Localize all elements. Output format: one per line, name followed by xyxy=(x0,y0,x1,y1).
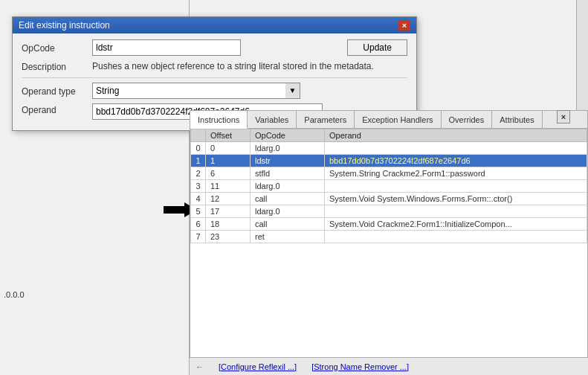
cell-index: 7 xyxy=(191,231,206,243)
cell-index: 1 xyxy=(191,155,206,167)
cell-index: 6 xyxy=(191,218,206,231)
cell-index: 2 xyxy=(191,167,206,180)
tab-instructions[interactable]: Instructions xyxy=(190,111,248,129)
cell-index: 3 xyxy=(191,180,206,193)
cell-opcode: stfld xyxy=(251,167,325,180)
cell-offset: 17 xyxy=(206,205,251,218)
separator xyxy=(22,77,407,78)
operand-type-select[interactable]: String xyxy=(92,83,300,99)
table-row[interactable]: 311ldarg.0 xyxy=(191,180,587,193)
description-row: Description Pushes a new object referenc… xyxy=(22,60,407,73)
cell-index: 0 xyxy=(191,142,206,155)
tabs-bar: Instructions Variables Parameters Except… xyxy=(190,111,587,129)
table-row[interactable]: 618callSystem.Void Crackme2.Form1::Initi… xyxy=(191,218,587,231)
table-row[interactable]: 11ldstrbbd17dd0b7d3702224f2df687e2647d6 xyxy=(191,155,587,167)
cell-operand xyxy=(325,180,587,193)
cell-opcode: call xyxy=(251,193,325,205)
instructions-table: Offset OpCode Operand 00ldarg.011ldstrbb… xyxy=(190,129,587,243)
opcode-label: OpCode xyxy=(22,42,92,54)
instructions-table-container: Offset OpCode Operand 00ldarg.011ldstrbb… xyxy=(190,129,587,243)
cell-offset: 12 xyxy=(206,193,251,205)
table-row[interactable]: 517ldarg.0 xyxy=(191,205,587,218)
cell-index: 4 xyxy=(191,193,206,205)
description-label: Description xyxy=(22,60,92,72)
cell-offset: 18 xyxy=(206,218,251,231)
opcode-row: OpCode Update xyxy=(22,39,407,56)
cell-opcode: ret xyxy=(251,231,325,243)
table-row[interactable]: 00ldarg.0 xyxy=(191,142,587,155)
col-header-opcode: OpCode xyxy=(251,129,325,142)
update-button[interactable]: Update xyxy=(347,39,407,56)
tab-parameters[interactable]: Parameters xyxy=(297,111,355,128)
strong-name-remover-link[interactable]: [Strong Name Remover ...] xyxy=(311,362,409,371)
version-text: .0.0.0 xyxy=(4,290,25,299)
description-value: Pushes a new object reference to a strin… xyxy=(92,60,407,73)
tab-variables[interactable]: Variables xyxy=(248,111,297,128)
cell-opcode: ldarg.0 xyxy=(251,180,325,193)
cell-opcode: ldarg.0 xyxy=(251,142,325,155)
bottom-arrow: ← xyxy=(196,362,204,371)
col-header-offset: Offset xyxy=(206,129,251,142)
cell-opcode: ldarg.0 xyxy=(251,205,325,218)
configure-reflexil-link[interactable]: [Configure Reflexil ...] xyxy=(219,362,297,371)
table-row[interactable]: 26stfldSystem.String Crackme2.Form1::pas… xyxy=(191,167,587,180)
cell-offset: 1 xyxy=(206,155,251,167)
table-row[interactable]: 412callSystem.Void System.Windows.Forms.… xyxy=(191,193,587,205)
table-row[interactable]: 723ret xyxy=(191,231,587,243)
cell-offset: 6 xyxy=(206,167,251,180)
cell-offset: 23 xyxy=(206,231,251,243)
cell-opcode: ldstr xyxy=(251,155,325,167)
col-header-operand: Operand xyxy=(325,129,587,142)
cell-operand xyxy=(325,142,587,155)
cell-offset: 0 xyxy=(206,142,251,155)
cell-operand: System.Void System.Windows.Forms.Form::.… xyxy=(325,193,587,205)
cell-operand xyxy=(325,205,587,218)
tab-exception-handlers[interactable]: Exception Handlers xyxy=(355,111,441,128)
operand-type-label: Operand type xyxy=(22,85,92,97)
operand-label: Operand xyxy=(22,103,92,115)
instructions-panel: Instructions Variables Parameters Except… xyxy=(190,110,588,363)
col-header-indicator xyxy=(191,129,206,142)
panel-close-button[interactable]: × xyxy=(557,110,570,124)
tab-attributes[interactable]: Attributes xyxy=(492,111,542,128)
bottom-bar: ← [Configure Reflexil ...] [Strong Name … xyxy=(190,357,588,375)
dialog-close-button[interactable]: × xyxy=(398,20,410,31)
cell-opcode: call xyxy=(251,218,325,231)
dialog-titlebar: Edit existing instruction × xyxy=(13,17,416,33)
opcode-input[interactable] xyxy=(92,39,241,56)
instructions-table-body: 00ldarg.011ldstrbbd17dd0b7d3702224f2df68… xyxy=(191,142,587,243)
operand-type-select-wrapper: String ▼ xyxy=(92,83,300,99)
cell-operand xyxy=(325,231,587,243)
cell-operand: bbd17dd0b7d3702224f2df687e2647d6 xyxy=(325,155,587,167)
cell-offset: 11 xyxy=(206,180,251,193)
dialog-title: Edit existing instruction xyxy=(19,20,110,31)
tab-overrides[interactable]: Overrides xyxy=(442,111,493,128)
table-header-row: Offset OpCode Operand xyxy=(191,129,587,142)
cell-index: 5 xyxy=(191,205,206,218)
operand-type-row: Operand type String ▼ xyxy=(22,83,407,99)
cell-operand: System.Void Crackme2.Form1::InitializeCo… xyxy=(325,218,587,231)
cell-operand: System.String Crackme2.Form1::password xyxy=(325,167,587,180)
